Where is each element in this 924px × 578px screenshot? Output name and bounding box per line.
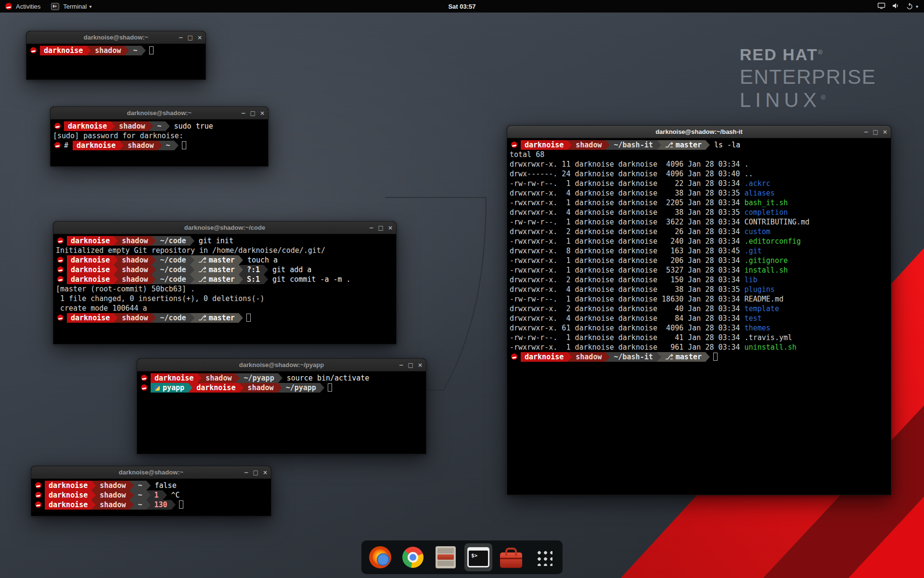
dock-item-chrome[interactable] — [399, 543, 427, 571]
terminal-line: darknoiseshadow~/pyapp source bin/activa… — [140, 373, 426, 383]
window-titlebar[interactable]: darknoise@shadow:~−□× — [51, 107, 268, 119]
output-text: drwxrwxr-x. 4 darknoise darknoise 38 Jan… — [510, 208, 744, 217]
activities-button[interactable]: Activities — [0, 0, 46, 13]
minimize-button[interactable]: − — [179, 35, 183, 40]
terminal-window-w2[interactable]: darknoise@shadow:~−□×darknoiseshadow~ su… — [50, 106, 269, 167]
terminal-line: -rwxrwxr-x. 1 darknoise darknoise 206 Ja… — [510, 256, 891, 265]
close-button[interactable]: × — [263, 470, 268, 475]
terminal-app-icon — [51, 3, 59, 10]
dock-item-file-manager[interactable] — [432, 543, 460, 571]
output-text: drwx------. 24 darknoise darknoise 4096 … — [510, 169, 744, 179]
terminal-window-w6[interactable]: darknoise@shadow:~/bash-it−□×darknoisesh… — [507, 125, 891, 495]
maximize-button[interactable]: □ — [408, 362, 413, 368]
directory-name: .ackrc — [744, 179, 770, 188]
directory-name: aliases — [744, 188, 775, 198]
powerline-separator-icon — [114, 236, 118, 246]
powerline-separator-icon — [87, 46, 91, 55]
maximize-button[interactable]: □ — [188, 35, 193, 40]
terminal-line: drwxrwxr-x. 2 darknoise darknoise 26 Jan… — [510, 227, 891, 236]
terminal-line: pyappdarknoiseshadow~/pyapp — [140, 383, 426, 393]
terminal-line: drwxrwxr-x. 61 darknoise darknoise 4096 … — [510, 323, 891, 333]
volume-icon[interactable] — [892, 2, 899, 11]
powerline-separator-icon — [171, 500, 176, 510]
terminal-screen[interactable]: darknoiseshadow~/pyapp source bin/activa… — [137, 371, 426, 454]
maximize-button[interactable]: □ — [873, 129, 878, 135]
close-button[interactable]: × — [197, 35, 202, 40]
terminal-window-w5[interactable]: darknoise@shadow:~−□×darknoiseshadow~ fa… — [31, 466, 271, 516]
terminal-line: -rwxrwxr-x. 1 darknoise darknoise 2205 J… — [510, 198, 891, 208]
terminal-screen[interactable]: darknoiseshadow~ sudo true[sudo] passwor… — [51, 119, 268, 166]
powerline-separator-icon — [166, 121, 170, 131]
terminal-line: drwxrwxr-x. 2 darknoise darknoise 150 Ja… — [510, 275, 891, 285]
window-controls: −□× — [864, 126, 887, 138]
window-titlebar[interactable]: darknoise@shadow:~−□× — [31, 466, 271, 479]
window-titlebar[interactable]: darknoise@shadow:~−□× — [26, 31, 205, 44]
display-icon[interactable] — [877, 2, 886, 11]
minimize-button[interactable]: − — [369, 225, 374, 231]
output-text: drwxrwxr-x. 61 darknoise darknoise 4096 … — [510, 323, 744, 333]
prompt-segment-host: shadow — [118, 275, 152, 284]
dock-item-show-applications[interactable] — [530, 543, 558, 571]
close-button[interactable]: × — [260, 110, 265, 116]
redhat-prompt-icon — [54, 123, 61, 129]
executable-name: .gitignore — [744, 256, 788, 265]
minimize-button[interactable]: − — [241, 110, 246, 116]
prompt-segment-host: shadow — [572, 352, 605, 362]
top-bar: Activities Terminal ▾ Sat 03:57 ▾ — [0, 0, 924, 13]
clock[interactable]: Sat 03:57 — [448, 3, 475, 10]
prompt-segment-host: shadow — [118, 313, 152, 323]
window-titlebar[interactable]: darknoise@shadow:~/pyapp−□× — [137, 359, 426, 371]
caret-down-icon: ▾ — [89, 4, 91, 9]
powerline-separator-icon — [706, 352, 710, 362]
prompt-segment-path: ~ — [162, 141, 174, 150]
redhat-prompt-icon — [57, 266, 64, 273]
output-text: create mode 100644 a — [56, 303, 147, 313]
prompt-segment-path: ~ — [134, 490, 146, 500]
prompt-segment-branch: ⎇ master — [194, 255, 239, 265]
minimize-button[interactable]: − — [399, 362, 404, 368]
command-text: touch a — [243, 255, 278, 265]
terminal-screen[interactable]: darknoiseshadow~/bash-it⎇ master ls -lat… — [507, 138, 891, 495]
close-button[interactable]: × — [418, 362, 423, 368]
powerline-separator-icon — [706, 140, 710, 150]
terminal-screen[interactable]: darknoiseshadow~ — [26, 44, 205, 79]
prompt-segment-host: shadow — [118, 265, 152, 275]
minimize-button[interactable]: − — [244, 470, 249, 475]
git-branch-icon: ⎇ — [198, 256, 209, 264]
powerline-separator-icon — [188, 383, 192, 393]
app-menu-terminal[interactable]: Terminal ▾ — [46, 0, 97, 13]
command-text: git init — [194, 236, 233, 246]
command-text: ls -la — [710, 140, 740, 150]
terminal-line: darknoiseshadow~ — [29, 46, 205, 55]
maximize-button[interactable]: □ — [253, 470, 258, 475]
minimize-button[interactable]: − — [864, 129, 869, 135]
window-titlebar[interactable]: darknoise@shadow:~/bash-it−□× — [507, 126, 891, 138]
terminal-screen[interactable]: darknoiseshadow~/code git initInitialize… — [53, 234, 396, 344]
terminal-screen[interactable]: darknoiseshadow~ falsedarknoiseshadow~1 … — [31, 479, 271, 516]
powerline-separator-icon — [190, 313, 194, 323]
window-title: darknoise@shadow:~/pyapp — [166, 361, 397, 368]
terminal-window-w4[interactable]: darknoise@shadow:~/pyapp−□×darknoiseshad… — [137, 358, 426, 454]
powerline-separator-icon — [239, 265, 243, 275]
terminal-line: darknoiseshadow~ false — [34, 481, 271, 490]
power-menu[interactable]: ▾ — [906, 2, 918, 10]
terminal-cursor — [246, 314, 251, 322]
close-button[interactable]: × — [883, 129, 887, 135]
dock-item-terminal[interactable] — [464, 543, 492, 571]
powerline-separator-icon — [163, 490, 167, 500]
close-button[interactable]: × — [388, 225, 393, 231]
maximize-button[interactable]: □ — [250, 110, 256, 116]
maximize-button[interactable]: □ — [378, 225, 384, 231]
terminal-line: darknoiseshadow~130 — [34, 500, 271, 510]
terminal-window-w3[interactable]: darknoise@shadow:~/code−□×darknoiseshado… — [53, 221, 397, 344]
terminal-window-w1[interactable]: darknoise@shadow:~−□×darknoiseshadow~ — [26, 31, 206, 80]
dock-item-toolbox[interactable] — [497, 543, 525, 571]
powerline-separator-icon — [657, 352, 661, 362]
window-titlebar[interactable]: darknoise@shadow:~/code−□× — [53, 222, 396, 234]
prompt-segment-exit: 130 — [151, 500, 171, 510]
powerline-separator-icon — [146, 500, 151, 510]
prompt-segment-host: shadow — [115, 121, 149, 131]
dock-item-firefox[interactable] — [366, 543, 394, 571]
powerline-separator-icon — [91, 481, 96, 490]
prompt-segment-host: shadow — [118, 255, 152, 265]
